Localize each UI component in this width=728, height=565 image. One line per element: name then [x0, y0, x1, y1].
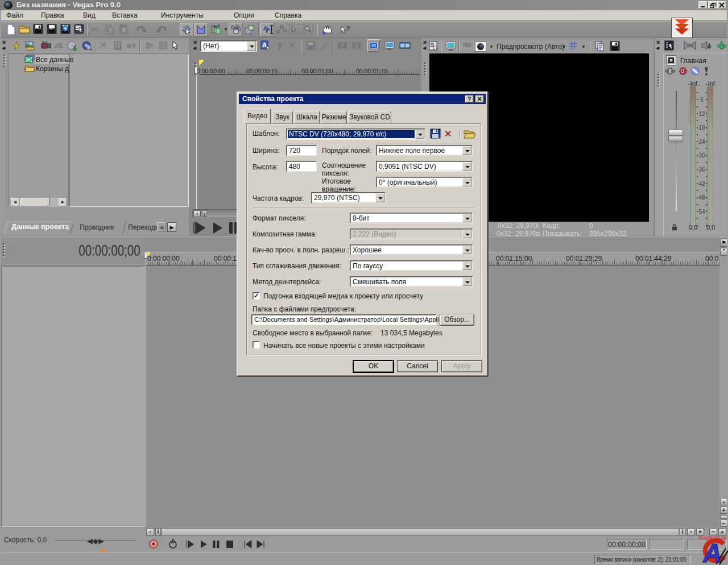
svg-text:?: ? [346, 24, 350, 33]
svg-text:A: A [262, 41, 267, 48]
svg-text:A: A [702, 539, 722, 565]
svg-text:?: ? [49, 25, 53, 31]
